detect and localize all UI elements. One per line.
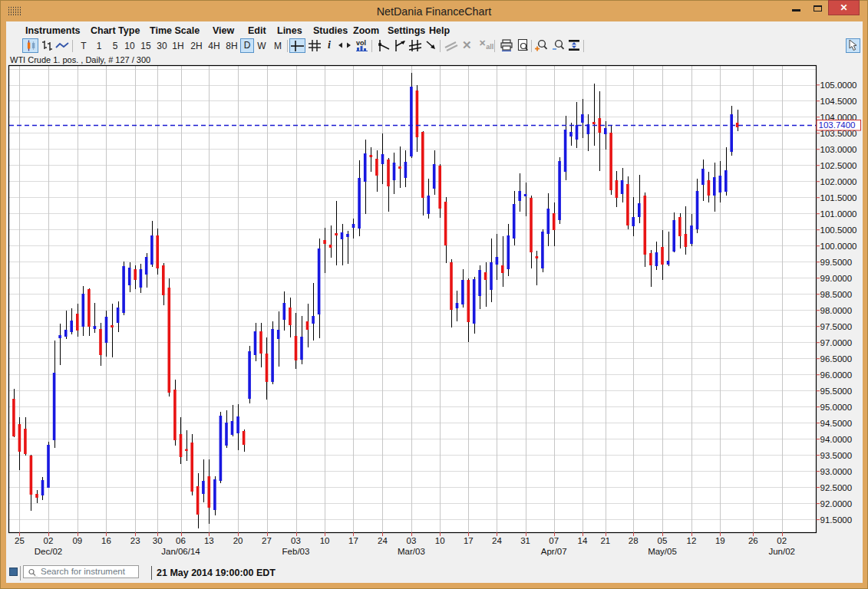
svg-text:28: 28 — [629, 536, 639, 545]
svg-text:102.0000: 102.0000 — [820, 177, 857, 186]
svg-text:93.5000: 93.5000 — [820, 451, 853, 460]
svg-text:100.0000: 100.0000 — [820, 242, 857, 251]
svg-text:03: 03 — [291, 536, 301, 545]
svg-text:92.5000: 92.5000 — [820, 483, 853, 492]
svg-text:02: 02 — [777, 536, 787, 545]
svg-text:92.0000: 92.0000 — [820, 499, 853, 508]
svg-text:23: 23 — [130, 536, 140, 545]
svg-text:95.5000: 95.5000 — [820, 387, 853, 396]
svg-text:102.5000: 102.5000 — [820, 161, 857, 170]
svg-text:Jan/06/14: Jan/06/14 — [161, 547, 200, 556]
svg-text:99.0000: 99.0000 — [820, 274, 853, 283]
svg-text:93.0000: 93.0000 — [820, 467, 853, 476]
svg-text:100.5000: 100.5000 — [820, 225, 857, 235]
svg-text:103.7400: 103.7400 — [819, 120, 856, 130]
svg-text:104.5000: 104.5000 — [820, 97, 857, 106]
svg-text:101.0000: 101.0000 — [820, 209, 857, 219]
svg-text:Apr/07: Apr/07 — [541, 547, 567, 556]
svg-text:17: 17 — [348, 536, 358, 545]
svg-text:25: 25 — [15, 536, 25, 545]
svg-text:96.5000: 96.5000 — [820, 354, 853, 364]
svg-text:94.0000: 94.0000 — [820, 435, 853, 444]
svg-text:Mar/03: Mar/03 — [398, 547, 425, 556]
svg-text:30: 30 — [153, 536, 163, 545]
svg-text:103.0000: 103.0000 — [820, 145, 857, 154]
svg-text:May/05: May/05 — [648, 547, 677, 556]
svg-text:02: 02 — [44, 536, 54, 545]
svg-text:27: 27 — [262, 536, 272, 545]
svg-text:07: 07 — [549, 536, 559, 545]
svg-text:24: 24 — [492, 536, 502, 545]
svg-text:17: 17 — [464, 536, 474, 545]
svg-text:10: 10 — [320, 536, 330, 545]
svg-text:Dec/02: Dec/02 — [35, 547, 62, 556]
svg-text:24: 24 — [378, 536, 388, 545]
svg-text:13: 13 — [204, 536, 214, 545]
svg-text:20: 20 — [233, 536, 243, 545]
svg-text:10: 10 — [435, 536, 445, 545]
svg-text:101.5000: 101.5000 — [820, 193, 857, 202]
svg-text:94.5000: 94.5000 — [820, 419, 853, 428]
svg-text:Feb/03: Feb/03 — [282, 547, 310, 556]
svg-text:...: ... — [34, 573, 38, 577]
svg-text:26: 26 — [748, 536, 758, 545]
svg-text:vol: vol — [356, 39, 366, 47]
svg-text:21: 21 — [600, 536, 610, 545]
svg-text:97.5000: 97.5000 — [820, 322, 853, 331]
svg-text:06: 06 — [176, 536, 186, 545]
svg-text:09: 09 — [72, 536, 82, 545]
svg-text:97.0000: 97.0000 — [820, 338, 853, 347]
svg-text:99.5000: 99.5000 — [820, 258, 853, 267]
svg-text:105.0000: 105.0000 — [820, 81, 857, 90]
svg-text:95.0000: 95.0000 — [820, 403, 853, 412]
svg-text:05: 05 — [658, 536, 668, 545]
svg-text:14: 14 — [578, 536, 588, 545]
svg-text:96.0000: 96.0000 — [820, 370, 853, 380]
svg-text:98.5000: 98.5000 — [820, 290, 853, 299]
svg-text:03: 03 — [407, 536, 417, 545]
svg-text:91.5000: 91.5000 — [820, 515, 853, 525]
svg-text:31: 31 — [520, 536, 530, 545]
svg-text:Jun/02: Jun/02 — [768, 547, 795, 556]
svg-text:16: 16 — [101, 536, 111, 545]
svg-text:19: 19 — [715, 536, 725, 545]
svg-text:12: 12 — [687, 536, 697, 545]
svg-text:98.0000: 98.0000 — [820, 306, 853, 315]
